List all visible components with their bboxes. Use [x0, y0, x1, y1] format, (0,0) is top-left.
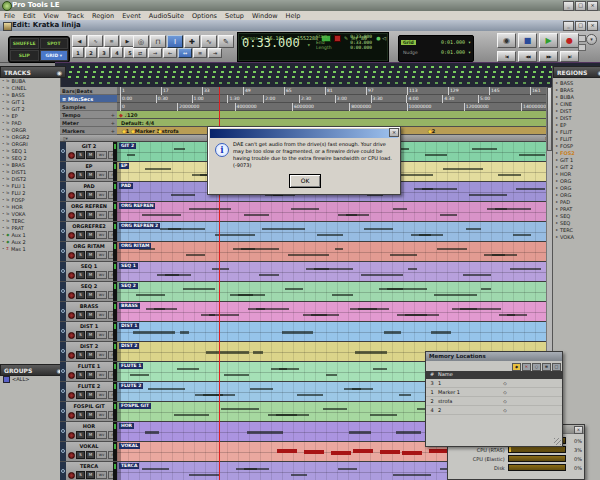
regions-panel-header[interactable]: REGIONS ◉ [553, 66, 600, 78]
tempo-ruler[interactable]: ◆ ♩120 [117, 111, 552, 119]
link-track-icon[interactable]: ≡ [193, 48, 207, 58]
track-name[interactable]: VOKAL [67, 443, 111, 449]
samples-ruler[interactable]: 0200000040000006000000800000010000000120… [117, 103, 552, 111]
solo-button[interactable]: S [76, 351, 85, 359]
track-header-git-2[interactable]: GIT 2SMwvrd [60, 142, 117, 162]
track-view-selector[interactable]: wv [96, 171, 107, 179]
add-event-icon[interactable]: + [111, 128, 115, 134]
track-show-dot-icon[interactable]: • [2, 176, 4, 181]
region-name-tag[interactable]: SEQ 2 [119, 283, 138, 289]
expand-triangle-icon[interactable]: ▸ [556, 213, 558, 218]
region-name-tag[interactable]: ORG RITAM [119, 243, 151, 249]
mute-button[interactable]: M [86, 191, 95, 199]
track-show-dot-icon[interactable]: • [2, 218, 4, 223]
solo-button[interactable]: S [76, 451, 85, 459]
region-list-item[interactable]: ▸GIT 2 [553, 163, 600, 170]
close-icon[interactable]: × [389, 128, 399, 137]
track-name[interactable]: ORG REFREN [67, 203, 111, 209]
solo-button[interactable]: S [76, 251, 85, 259]
track-header-dist-2[interactable]: DIST 2SMwvrd [60, 342, 117, 362]
track-name[interactable]: FOSPIL GIT [67, 403, 111, 409]
scrollbar-thumb[interactable] [547, 87, 552, 151]
sidebar-track-item[interactable]: •I▸TERC [0, 217, 60, 224]
sidebar-track-item[interactable]: •ΣMas 1 [0, 245, 60, 252]
track-show-dot-icon[interactable]: • [2, 120, 4, 125]
expand-triangle-icon[interactable]: ▸ [556, 171, 558, 176]
track-name[interactable]: ORG RITAM [67, 243, 111, 249]
memory-location-row[interactable]: 31◇ [426, 379, 562, 388]
region-name-tag[interactable]: ORG REFREN [119, 203, 155, 209]
track-view-selector[interactable]: wv [96, 351, 107, 359]
track-show-dot-icon[interactable]: • [2, 190, 4, 195]
region-list-item[interactable]: ▸ORG [553, 191, 600, 198]
track-show-dot-icon[interactable]: • [2, 155, 4, 160]
zoomer-tool-icon[interactable]: ◎ [133, 35, 149, 48]
region-list-item[interactable]: ▸FOSP [553, 142, 600, 149]
playlist-circle-icon[interactable] [61, 369, 65, 373]
region-name-tag[interactable]: TERCA [119, 463, 139, 469]
track-header-flute-1[interactable]: FLUTE 1SMwvrd [60, 362, 117, 382]
resize-grip-icon[interactable] [554, 438, 561, 445]
memory-location-row[interactable]: 1Marker 1◇ [426, 388, 562, 397]
tab-transient-icon[interactable]: → [148, 48, 162, 58]
mode-slip-button[interactable]: SLIP [10, 50, 39, 61]
track-lane-orgrefre2[interactable]: ORG REFREN 2 [117, 222, 552, 242]
expand-triangle-icon[interactable]: ▸ [556, 185, 558, 190]
track-header-org-ritam[interactable]: ORG RITAMSMwvrd [60, 242, 117, 262]
grabber-tool-icon[interactable]: ✚ [184, 35, 200, 48]
track-name[interactable]: SEQ 2 [67, 283, 111, 289]
track-show-dot-icon[interactable]: • [2, 225, 4, 230]
sidebar-track-item[interactable]: •I▸EP [0, 112, 60, 119]
region-name-tag[interactable]: FOSPIL GIT [119, 403, 151, 409]
track-view-selector[interactable]: wv [96, 331, 107, 339]
playlist-circle-icon[interactable] [61, 289, 65, 293]
sidebar-track-item[interactable]: •I▸GIT 1 [0, 98, 60, 105]
playlist-circle-icon[interactable] [61, 429, 65, 433]
track-view-selector[interactable]: wv [96, 231, 107, 239]
rewind-button[interactable]: ◀◀ [518, 51, 537, 62]
record-enable-icon[interactable] [68, 372, 75, 379]
dialog-titlebar[interactable] [210, 129, 398, 138]
region-name-tag[interactable]: DIST 1 [119, 323, 139, 329]
region-list-item[interactable]: ▸TERC [553, 226, 600, 233]
track-name[interactable]: SEQ 1 [67, 263, 111, 269]
track-show-dot-icon[interactable]: • [2, 197, 4, 202]
expand-triangle-icon[interactable]: ▸ [556, 108, 558, 113]
playlist-circle-icon[interactable] [61, 169, 65, 173]
menu-view[interactable]: View [39, 12, 62, 20]
go-to-end-button[interactable]: ▶I [560, 51, 579, 62]
sidebar-track-item[interactable]: •I▸PRAT [0, 224, 60, 231]
record-enable-icon[interactable] [68, 252, 75, 259]
toolbar-expander-icon[interactable]: ▾ [586, 34, 597, 45]
maximize-icon[interactable]: □ [575, 21, 586, 31]
track-show-dot-icon[interactable]: • [2, 246, 4, 251]
sidebar-track-item[interactable]: •I▸FLU 1 [0, 182, 60, 189]
close-icon[interactable]: × [574, 426, 583, 434]
track-view-selector[interactable]: wv [96, 431, 107, 439]
zoom-preset-3[interactable]: 3 [98, 47, 110, 58]
marker-icon[interactable]: ◆ [512, 363, 521, 371]
mute-button[interactable]: M [86, 351, 95, 359]
option-checkbox[interactable] [578, 35, 586, 42]
sidebar-track-item[interactable]: •◆Aux 2 [0, 238, 60, 245]
track-show-icon[interactable]: □ [552, 363, 561, 371]
track-name[interactable]: FLUTE 1 [67, 363, 111, 369]
mode-spot-button[interactable]: SPOT [40, 38, 69, 49]
solo-button[interactable]: S [76, 271, 85, 279]
playlist-circle-icon[interactable] [61, 389, 65, 393]
memory-locations-titlebar[interactable]: Memory Locations [426, 352, 562, 361]
mirror-edit-icon[interactable]: ← [163, 48, 177, 58]
record-enable-icon[interactable] [68, 272, 75, 279]
sidebar-track-item[interactable]: •I▸GIT 2 [0, 105, 60, 112]
sidebar-track-item[interactable]: •I▸PAD [0, 119, 60, 126]
track-view-selector[interactable]: wv [96, 251, 107, 259]
track-header-vokal[interactable]: VOKALSMwvrd [60, 442, 117, 462]
region-list-item[interactable]: ▸PRAT [553, 205, 600, 212]
solo-button[interactable]: S [76, 191, 85, 199]
ruler-label-meter[interactable]: Meter+ [60, 119, 117, 127]
solo-button[interactable]: S [76, 431, 85, 439]
region-name-tag[interactable]: FLUTE 1 [119, 363, 143, 369]
track-name[interactable]: ORGREFRE2 [67, 223, 111, 229]
track-show-dot-icon[interactable]: • [2, 211, 4, 216]
record-enable-icon[interactable] [68, 292, 75, 299]
